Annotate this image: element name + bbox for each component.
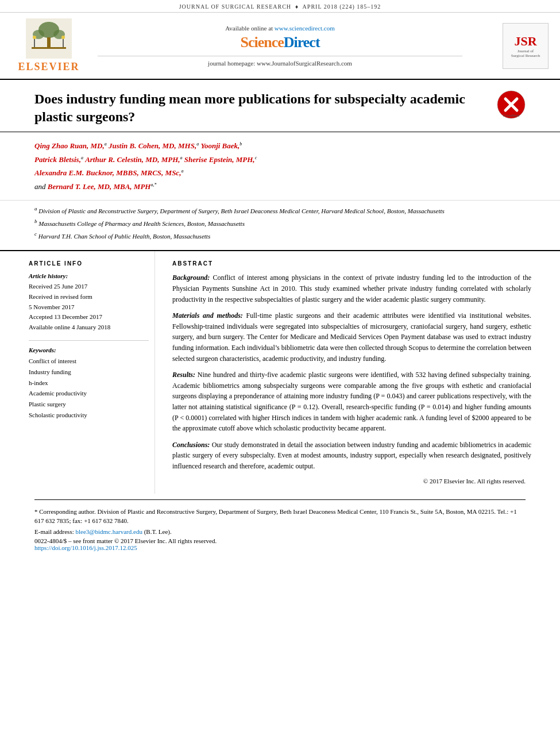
footer-section: * Corresponding author. Division of Plas… xyxy=(34,499,526,551)
author-bucknor: Alexandra E.M. Bucknor, MBBS, MRCS, MSc, xyxy=(34,168,181,177)
elsevier-text: ELSEVIER xyxy=(18,61,79,73)
two-column-section: ARTICLE INFO Article history: Received 2… xyxy=(0,251,560,493)
accepted-date: Accepted 13 December 2017 xyxy=(29,312,149,322)
results-text: Nine hundred and thirty-five academic pl… xyxy=(172,371,531,432)
article-history: Article history: Received 25 June 2017 R… xyxy=(29,272,149,332)
received-date: Received 25 June 2017 xyxy=(29,282,149,292)
author-celestin: Arthur R. Celestin, MD, MPH, xyxy=(85,155,180,164)
keyword-5: Plastic surgery xyxy=(29,399,149,410)
author-bletsis: Patrick Bletsis, xyxy=(34,155,81,164)
svg-text:CrossMark: CrossMark xyxy=(503,114,520,117)
background-text: Conflict of interest among physicians in… xyxy=(172,274,531,303)
email-link[interactable]: blee3@bidmc.harvard.edu xyxy=(75,528,142,535)
jsr-logo: JSR Journal ofSurgical Research xyxy=(474,23,549,69)
corresponding-text: * Corresponding author. Division of Plas… xyxy=(34,508,517,525)
svg-point-9 xyxy=(61,36,65,39)
revised-date: Received in revised form5 November 2017 xyxy=(29,292,149,312)
abstract-column: ABSTRACT Background: Conflict of interes… xyxy=(167,251,537,493)
info-divider xyxy=(29,340,149,341)
keyword-3: h-index xyxy=(29,378,149,389)
available-online-text: Available online at www.sciencedirect.co… xyxy=(98,25,462,32)
svg-rect-2 xyxy=(47,37,51,48)
journal-issue: APRIL 2018 (224) 185–192 xyxy=(303,3,381,10)
doi-line[interactable]: https://doi.org/10.1016/j.jss.2017.12.02… xyxy=(34,544,526,551)
keywords-label: Keywords: xyxy=(29,347,149,353)
author-epstein: Sherise Epstein, MPH, xyxy=(184,155,255,164)
elsevier-tree-icon xyxy=(26,18,72,59)
affiliation-a: a Division of Plastic and Reconstructive… xyxy=(34,205,526,216)
sciencedirect-url[interactable]: www.sciencedirect.com xyxy=(275,25,335,32)
article-info-heading: ARTICLE INFO xyxy=(29,260,149,267)
title-section: Does industry funding mean more publicat… xyxy=(0,80,560,132)
header-section: ELSEVIER Available online at www.science… xyxy=(0,13,560,80)
abstract-heading: ABSTRACT xyxy=(172,260,531,267)
journal-name: JOURNAL OF SURGICAL RESEARCH xyxy=(179,3,291,10)
keyword-2: Industry funding xyxy=(29,367,149,378)
author-cohen: Justin B. Cohen, MD, MHS, xyxy=(109,141,196,150)
author-ruan: Qing Zhao Ruan, MD, xyxy=(34,141,105,150)
elsevier-logo: ELSEVIER xyxy=(11,18,86,73)
header-center: Available online at www.sciencedirect.co… xyxy=(86,25,474,67)
jsr-box: JSR Journal ofSurgical Research xyxy=(503,23,549,69)
history-label: Article history: xyxy=(29,272,149,279)
jsr-small-text: Journal ofSurgical Research xyxy=(511,49,540,58)
conclusions-text: Our study demonstrated in detail the ass… xyxy=(172,441,531,470)
authors-line-2: Patrick Bletsis,a Arthur R. Celestin, MD… xyxy=(34,153,526,166)
author-baek: Yoonji Baek, xyxy=(200,141,240,150)
sciencedirect-logo: ScienceDirect xyxy=(98,34,462,51)
copyright-line: © 2017 Elsevier Inc. All rights reserved… xyxy=(172,478,531,484)
keywords-section: Keywords: Conflict of interest Industry … xyxy=(29,347,149,420)
abstract-background: Background: Conflict of interest among p… xyxy=(172,272,531,305)
email-label: E-mail address: xyxy=(34,528,74,535)
keyword-1: Conflict of interest xyxy=(29,356,149,367)
affiliations-section: a Division of Plastic and Reconstructive… xyxy=(0,201,560,251)
author-lee: Bernard T. Lee, MD, MBA, MPH xyxy=(48,182,151,191)
authors-line-1: Qing Zhao Ruan, MD,a Justin B. Cohen, MD… xyxy=(34,139,526,152)
affiliation-c: c Harvard T.H. Chan School of Public Hea… xyxy=(34,230,526,241)
results-label: Results: xyxy=(172,371,195,379)
abstract-methods: Materials and methods: Full-time plastic… xyxy=(172,310,531,364)
conclusions-label: Conclusions: xyxy=(172,441,210,449)
crossmark-icon[interactable]: CrossMark xyxy=(485,90,526,121)
keyword-4: Academic productivity xyxy=(29,388,149,399)
email-line: E-mail address: blee3@bidmc.harvard.edu … xyxy=(34,528,526,535)
background-label: Background: xyxy=(172,274,210,282)
homepage-text: journal homepage: www.JournalofSurgicalR… xyxy=(98,56,462,67)
keyword-6: Scholastic productivity xyxy=(29,410,149,421)
email-suffix: (B.T. Lee). xyxy=(144,528,172,535)
jsr-letters: JSR xyxy=(514,34,536,49)
article-title: Does industry funding mean more publicat… xyxy=(34,90,485,126)
authors-line-4: and Bernard T. Lee, MD, MBA, MPHa,* xyxy=(34,180,526,193)
abstract-conclusions: Conclusions: Our study demonstrated in d… xyxy=(172,440,531,472)
journal-header: JOURNAL OF SURGICAL RESEARCH ♦ APRIL 201… xyxy=(0,0,560,13)
available-online-date: Available online 4 January 2018 xyxy=(29,322,149,333)
article-info-column: ARTICLE INFO Article history: Received 2… xyxy=(23,251,155,493)
svg-rect-5 xyxy=(32,47,66,49)
affiliation-b: b Massachusetts College of Pharmacy and … xyxy=(34,218,526,228)
authors-line-3: Alexandra E.M. Bucknor, MBBS, MRCS, MSc,… xyxy=(34,166,526,179)
svg-point-8 xyxy=(33,36,36,39)
abstract-results: Results: Nine hundred and thirty-five ac… xyxy=(172,370,531,434)
license-line: 0022-4804/$ – see front matter © 2017 El… xyxy=(34,537,526,544)
methods-label: Materials and methods: xyxy=(172,311,243,320)
authors-section: Qing Zhao Ruan, MD,a Justin B. Cohen, MD… xyxy=(0,132,560,201)
corresponding-note: * Corresponding author. Division of Plas… xyxy=(34,507,526,526)
